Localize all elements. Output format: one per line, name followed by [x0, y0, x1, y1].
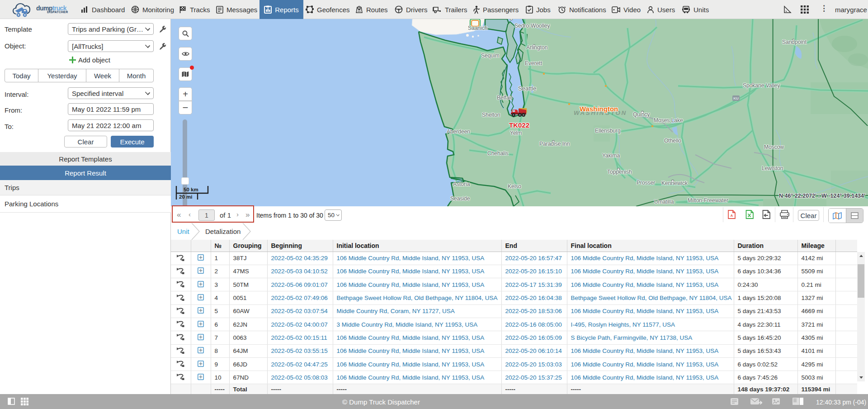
svg-text:KU: KU [733, 96, 739, 100]
svg-text:20 mi: 20 mi [179, 194, 192, 200]
svg-text:A: A [731, 214, 733, 218]
svg-text:50 km: 50 km [184, 187, 198, 192]
